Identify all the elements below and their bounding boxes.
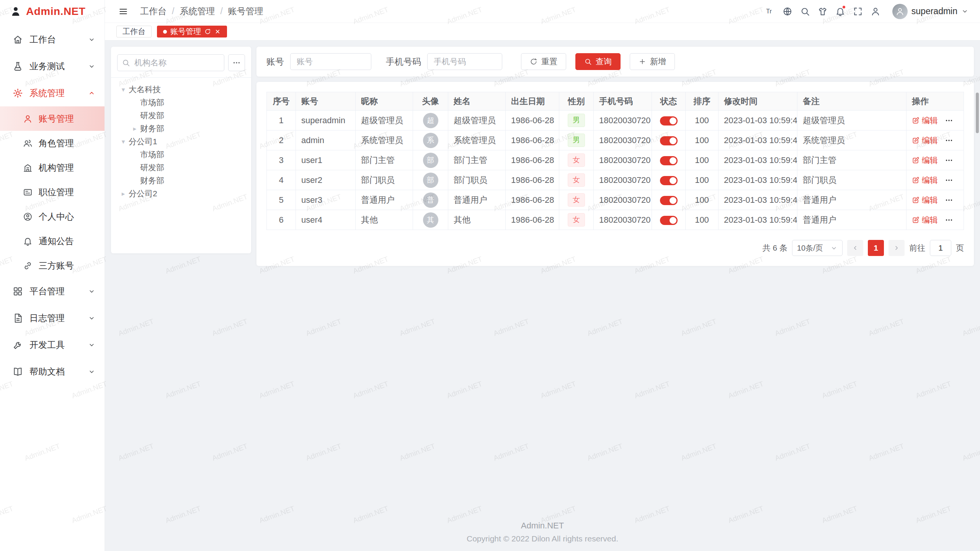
row-more-button[interactable] — [945, 116, 953, 125]
caret-right-icon[interactable]: ▸ — [118, 190, 129, 198]
tab-workbench[interactable]: 工作台 — [116, 26, 152, 37]
link-icon — [23, 261, 33, 271]
search-button[interactable]: 查询 — [575, 53, 621, 70]
edit-button[interactable]: 编辑 — [912, 195, 938, 205]
edit-button[interactable]: 编辑 — [912, 155, 938, 166]
chevron-down-icon — [88, 288, 95, 295]
phone-input[interactable] — [427, 53, 502, 70]
tree-node[interactable]: ▾分公司1 — [115, 135, 247, 148]
table-header-row: 序号账号昵称头像姓名出生日期性别手机号码状态排序修改时间备注操作 — [267, 92, 964, 111]
org-more-button[interactable] — [228, 54, 245, 71]
caret-down-icon[interactable]: ▾ — [118, 86, 129, 94]
page-number[interactable]: 1 — [868, 240, 884, 256]
tree-node[interactable]: 市场部 — [115, 96, 247, 109]
sidebar-item-workbench[interactable]: 工作台 — [0, 26, 105, 53]
account-input[interactable] — [290, 53, 371, 70]
tree-node[interactable]: ▾大名科技 — [115, 83, 247, 96]
tree-node[interactable]: 市场部 — [115, 148, 247, 161]
edit-label: 编辑 — [922, 115, 938, 126]
sidebar-subitem-third-account[interactable]: 三方账号 — [0, 253, 105, 278]
reset-button[interactable]: 重置 — [521, 53, 566, 70]
status-switch[interactable] — [660, 216, 678, 225]
cell-status — [652, 111, 686, 130]
cell-account: user1 — [296, 150, 356, 170]
edit-label: 编辑 — [922, 135, 938, 146]
status-switch[interactable] — [660, 176, 678, 185]
tree-node[interactable]: 研发部 — [115, 109, 247, 122]
caret-right-icon[interactable]: ▸ — [129, 125, 140, 133]
row-more-button[interactable] — [945, 196, 953, 204]
sidebar-item-dev-tools[interactable]: 开发工具 — [0, 331, 105, 358]
status-switch[interactable] — [660, 116, 678, 126]
row-more-button[interactable] — [945, 216, 953, 224]
cell-remark: 部门主管 — [797, 150, 906, 170]
user-setting-button[interactable] — [867, 3, 884, 20]
add-button[interactable]: 新增 — [630, 53, 675, 70]
sidebar-subitem-role-manage[interactable]: 角色管理 — [0, 131, 105, 155]
prev-page-button[interactable] — [847, 240, 863, 256]
user-menu[interactable]: superadmin — [892, 4, 969, 19]
edit-button[interactable]: 编辑 — [912, 215, 938, 225]
tree-node[interactable]: 财务部 — [115, 174, 247, 187]
doc-icon — [13, 367, 23, 377]
row-avatar: 其 — [423, 212, 438, 228]
breadcrumb-item[interactable]: 系统管理 — [180, 5, 215, 17]
sidebar-subitem-label: 账号管理 — [39, 113, 95, 125]
cell-modified-time: 2023-01-03 10:59:44 — [719, 150, 797, 170]
sidebar-item-business-test[interactable]: 业务测试 — [0, 53, 105, 80]
caret-down-icon[interactable]: ▾ — [118, 138, 129, 146]
page-size-select[interactable]: 10条/页 — [792, 240, 843, 256]
sidebar-item-platform-manage[interactable]: 平台管理 — [0, 278, 105, 305]
edit-button[interactable]: 编辑 — [912, 175, 938, 186]
sidebar-subitem-notice[interactable]: 通知公告 — [0, 229, 105, 253]
table-row: 5user3普通用户普普通用户1986-06-28女18020030720100… — [267, 190, 964, 210]
tree-node[interactable]: ▸分公司2 — [115, 187, 247, 200]
org-search-input[interactable] — [117, 54, 224, 71]
sidebar-subitem-user-center[interactable]: 个人中心 — [0, 204, 105, 229]
sidebar-subitem-position-manage[interactable]: 职位管理 — [0, 180, 105, 204]
sidebar-subitem-label: 机构管理 — [39, 162, 95, 174]
sidebar-item-help-docs[interactable]: 帮助文档 — [0, 358, 105, 385]
tab-account-manage[interactable]: 账号管理 — [157, 26, 227, 37]
row-more-button[interactable] — [945, 156, 953, 165]
edit-icon — [912, 216, 920, 224]
refresh-icon[interactable] — [204, 28, 211, 35]
hamburger-button[interactable] — [115, 3, 132, 20]
fullscreen-button[interactable] — [849, 3, 866, 20]
tree-node[interactable]: 研发部 — [115, 161, 247, 174]
breadcrumb-item[interactable]: 工作台 — [140, 5, 167, 17]
logo: Admin.NET — [0, 0, 105, 23]
edit-button[interactable]: 编辑 — [912, 135, 938, 146]
notifications-button[interactable] — [832, 3, 849, 20]
theme-button[interactable] — [814, 3, 831, 20]
grid-icon — [13, 286, 23, 297]
more-icon — [945, 136, 953, 145]
status-switch[interactable] — [660, 156, 678, 165]
sidebar-subitem-account-manage[interactable]: 账号管理 — [0, 106, 105, 131]
close-icon[interactable] — [214, 28, 221, 35]
next-page-button[interactable] — [889, 240, 905, 256]
goto-page-input[interactable] — [930, 240, 951, 256]
sidebar-item-log-manage[interactable]: 日志管理 — [0, 305, 105, 331]
scrollbar-thumb[interactable] — [976, 93, 979, 133]
status-switch[interactable] — [660, 196, 678, 205]
goto-label: 前往 — [909, 243, 925, 253]
cell-sort: 100 — [686, 130, 719, 150]
tree-node[interactable]: ▸财务部 — [115, 122, 247, 135]
search-icon — [122, 59, 130, 67]
row-more-button[interactable] — [945, 176, 953, 184]
row-more-button[interactable] — [945, 136, 953, 145]
total-count: 共 6 条 — [763, 243, 787, 253]
search-button[interactable] — [797, 3, 813, 20]
sidebar-subitem-org-manage[interactable]: 机构管理 — [0, 155, 105, 180]
sidebar: Admin.NET 工作台业务测试系统管理账号管理角色管理机构管理职位管理个人中… — [0, 0, 105, 551]
edit-icon — [912, 137, 920, 144]
more-icon — [945, 116, 953, 125]
cell-avatar: 部 — [413, 170, 448, 190]
component-size-button[interactable] — [779, 3, 796, 20]
font-size-button[interactable] — [761, 3, 778, 20]
edit-button[interactable]: 编辑 — [912, 115, 938, 126]
sidebar-item-label: 工作台 — [29, 34, 82, 46]
status-switch[interactable] — [660, 136, 678, 145]
sidebar-item-system-manage[interactable]: 系统管理 — [0, 80, 105, 106]
